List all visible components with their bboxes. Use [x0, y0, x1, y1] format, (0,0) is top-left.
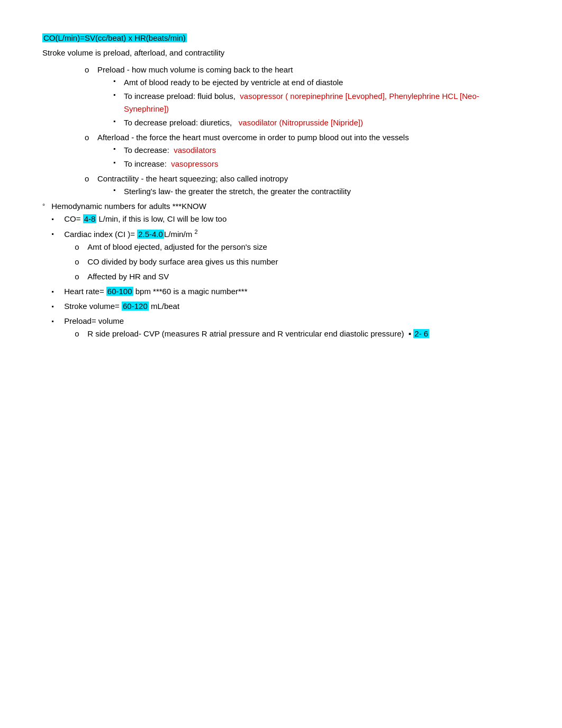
sv-prefix: Stroke volume= [64, 302, 122, 311]
contractility-list: Contractility - the heart squeezing; als… [85, 172, 520, 198]
ci-sup: 2 [194, 229, 197, 235]
ci-sub-3: Affected by HR and SV [75, 270, 429, 283]
contractility-label: Contractility - the heart squeezing; als… [97, 174, 288, 183]
formula-text: CO(L/min)=SV(cc/beat) x HR(beats/min) [42, 33, 187, 42]
afterload-decrease-prefix: To decrease: [124, 145, 174, 154]
contractility-sub-1: Sterling's law- the greater the stretch,… [113, 185, 520, 198]
preload-cvp-value: 2- 6 [413, 329, 429, 338]
afterload-sub-list: To decrease: vasodilators To increase: v… [113, 144, 520, 170]
ci-sub-1: Amt of blood ejected, adjusted for the p… [75, 241, 429, 253]
afterload-vasopressors: vasopressors [171, 159, 218, 168]
co-value: 4-8 [83, 214, 97, 223]
hemodynamic-content: Hemodynamic numbers for adults ***KNOW C… [51, 200, 429, 342]
hemodynamic-section: ° Hemodynamic numbers for adults ***KNOW… [42, 200, 520, 342]
co-item: CO= 4-8 L/min, if this is low, CI will b… [51, 213, 429, 225]
preload-label: Preload - how much volume is coming back… [97, 65, 293, 74]
preload-sub-2-prefix: To increase preload: fluid bolus, [124, 92, 240, 101]
contractility-item: Contractility - the heart squeezing; als… [85, 172, 520, 198]
preload-value-item: Preload= volume R side preload- CVP (mea… [51, 315, 429, 340]
formula-line: CO(L/min)=SV(cc/beat) x HR(beats/min) [42, 32, 520, 44]
hr-prefix: Heart rate= [64, 287, 106, 296]
sv-value: 60-120 [122, 302, 149, 311]
contractility-sub-list: Sterling's law- the greater the stretch,… [113, 185, 520, 198]
ci-value: 2.5-4.0 [137, 230, 164, 239]
sv-item: Stroke volume= 60-120 mL/beat [51, 300, 429, 313]
hemodynamic-label: Hemodynamic numbers for adults ***KNOW [51, 200, 429, 213]
preload-list: Preload - how much volume is coming back… [85, 63, 520, 129]
sterlings-law: Sterling's law- the greater the stretch,… [124, 187, 351, 196]
preload-item: Preload - how much volume is coming back… [85, 63, 520, 129]
stroke-volume-line: Stroke volume is preload, afterload, and… [42, 47, 520, 59]
afterload-vasodilators: vasodilators [174, 145, 216, 154]
afterload-sub-1: To decrease: vasodilators [113, 144, 520, 157]
afterload-item: Afterload - the force the heart must ove… [85, 131, 520, 170]
preload-value-label: Preload= volume [64, 316, 124, 325]
page-container: CO(L/min)=SV(cc/beat) x HR(beats/min) St… [42, 32, 520, 342]
ci-item: Cardiac index (CI )= 2.5-4.0L/min/m 2 Am… [51, 228, 429, 283]
sv-suffix: mL/beat [149, 302, 179, 311]
hr-item: Heart rate= 60-100 bpm ***60 is a magic … [51, 285, 429, 298]
hr-suffix: bpm ***60 is a magic number*** [133, 287, 248, 296]
co-suffix: L/min, if this is low, CI will be low to… [96, 214, 226, 223]
preload-sub-2: To increase preload: fluid bolus, vasopr… [113, 90, 520, 115]
ci-suffix: L/min/m [164, 230, 195, 239]
afterload-list: Afterload - the force the heart must ove… [85, 131, 520, 170]
preload-sub-list: Amt of blood ready to be ejected by vent… [113, 76, 520, 129]
preload-sub-3: To decrease preload: diuretics, vasodila… [113, 116, 520, 129]
preload-value-sub-list: R side preload- CVP (measures R atrial p… [75, 327, 429, 340]
main-content: Preload - how much volume is coming back… [74, 63, 520, 198]
preload-vasodilator: vasodilator (Nitroprusside [Nipride]) [239, 118, 363, 127]
afterload-increase-prefix: To increase: [124, 159, 171, 168]
afterload-label: Afterload - the force the heart must ove… [97, 133, 409, 142]
ci-sub-2: CO divided by body surface area gives us… [75, 256, 429, 268]
afterload-sub-2: To increase: vasopressors [113, 158, 520, 170]
degree-symbol: ° [42, 201, 45, 212]
preload-sub-3-prefix: To decrease preload: diuretics, [124, 118, 239, 127]
preload-sub-1-text: Amt of blood ready to be ejected by vent… [124, 78, 343, 87]
ci-sub-list: Amt of blood ejected, adjusted for the p… [75, 241, 429, 283]
ci-prefix: Cardiac index (CI )= [64, 230, 137, 239]
preload-cvp-item: R side preload- CVP (measures R atrial p… [75, 327, 429, 340]
hemodynamic-bullets: CO= 4-8 L/min, if this is low, CI will b… [51, 213, 429, 340]
hr-value: 60-100 [106, 287, 133, 296]
co-prefix: CO= [64, 214, 83, 223]
preload-cvp-text: R side preload- CVP (measures R atrial p… [87, 329, 413, 338]
preload-sub-1: Amt of blood ready to be ejected by vent… [113, 76, 520, 89]
